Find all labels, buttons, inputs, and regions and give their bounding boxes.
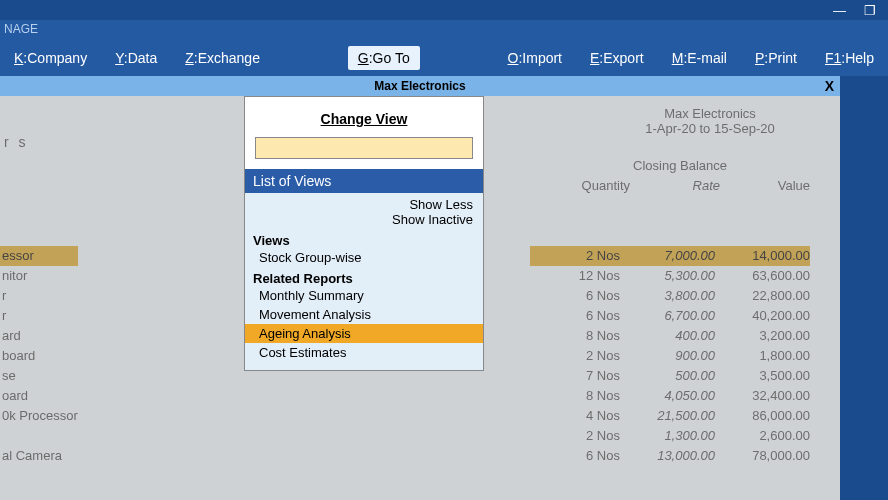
- show-inactive-link[interactable]: Show Inactive: [255, 212, 473, 227]
- cell-rate: 21,500.00: [620, 406, 715, 426]
- cell-qty: 2 Nos: [530, 426, 620, 446]
- menu-help[interactable]: F1:Help: [811, 44, 888, 72]
- cell-rate: 4,050.00: [620, 386, 715, 406]
- view-item[interactable]: Stock Group-wise: [245, 248, 483, 267]
- cell-rate: 3,800.00: [620, 286, 715, 306]
- related-report-item[interactable]: Monthly Summary: [245, 286, 483, 305]
- item-name[interactable]: se: [0, 366, 78, 386]
- company-strip: Max Electronics X: [0, 76, 840, 96]
- menu-exchange[interactable]: Z:Exchange: [171, 44, 274, 72]
- data-row[interactable]: 6 Nos6,700.0040,200.00: [530, 306, 810, 326]
- menu-print[interactable]: P:Print: [741, 44, 811, 72]
- cell-value: 40,200.00: [715, 306, 810, 326]
- cell-value: 63,600.00: [715, 266, 810, 286]
- cell-qty: 4 Nos: [530, 406, 620, 426]
- data-row[interactable]: 2 Nos900.001,800.00: [530, 346, 810, 366]
- menu-goto[interactable]: G:Go To: [348, 46, 420, 70]
- cell-qty: 8 Nos: [530, 326, 620, 346]
- minimize-icon[interactable]: —: [833, 3, 846, 18]
- data-row[interactable]: 8 Nos4,050.0032,400.00: [530, 386, 810, 406]
- item-name[interactable]: nitor: [0, 266, 78, 286]
- views-section: Views: [245, 229, 483, 248]
- menu-email[interactable]: M:E-mail: [658, 44, 741, 72]
- popup-title: Change View: [245, 97, 483, 137]
- data-row[interactable]: 12 Nos5,300.0063,600.00: [530, 266, 810, 286]
- data-row[interactable]: 2 Nos1,300.002,600.00: [530, 426, 810, 446]
- list-body: Show Less Show Inactive Views Stock Grou…: [245, 193, 483, 370]
- item-name[interactable]: al Camera: [0, 446, 78, 466]
- cell-value: 1,800.00: [715, 346, 810, 366]
- cell-qty: 6 Nos: [530, 306, 620, 326]
- menu-data[interactable]: Y:Data: [101, 44, 171, 72]
- cell-value: 2,600.00: [715, 426, 810, 446]
- cell-value: 3,200.00: [715, 326, 810, 346]
- data-rows: 2 Nos7,000.0014,000.0012 Nos5,300.0063,6…: [530, 246, 810, 466]
- cell-rate: 5,300.00: [620, 266, 715, 286]
- item-name[interactable]: essor: [0, 246, 78, 266]
- change-view-popup: Change View List of Views Show Less Show…: [244, 96, 484, 371]
- menu-bar: K:Company Y:Data Z:Exchange G:Go To O:Im…: [0, 40, 888, 76]
- window-controls: — ❐: [0, 0, 888, 20]
- col-value: Value: [720, 178, 810, 193]
- cell-qty: 6 Nos: [530, 446, 620, 466]
- cell-qty: 2 Nos: [530, 346, 620, 366]
- menu-export[interactable]: E:Export: [576, 44, 658, 72]
- item-name[interactable]: board: [0, 346, 78, 366]
- data-row[interactable]: 7 Nos500.003,500.00: [530, 366, 810, 386]
- cell-qty: 6 Nos: [530, 286, 620, 306]
- item-name[interactable]: 0k Processor: [0, 406, 78, 426]
- cell-value: 3,500.00: [715, 366, 810, 386]
- related-reports-section: Related Reports: [245, 267, 483, 286]
- column-headers: Quantity Rate Value: [550, 178, 810, 193]
- cell-qty: 7 Nos: [530, 366, 620, 386]
- cell-value: 22,800.00: [715, 286, 810, 306]
- cell-value: 32,400.00: [715, 386, 810, 406]
- menu-import[interactable]: O:Import: [494, 44, 576, 72]
- maximize-icon[interactable]: ❐: [864, 3, 876, 18]
- item-column: r s essornitorrrardboardseoard0k Process…: [0, 96, 240, 154]
- related-report-item[interactable]: Movement Analysis: [245, 305, 483, 324]
- close-icon[interactable]: X: [825, 76, 834, 96]
- col-rate: Rate: [630, 178, 720, 193]
- cell-qty: 8 Nos: [530, 386, 620, 406]
- cell-rate: 900.00: [620, 346, 715, 366]
- data-row[interactable]: 6 Nos13,000.0078,000.00: [530, 446, 810, 466]
- list-of-views-header: List of Views: [245, 169, 483, 193]
- report-header: Max Electronics 1-Apr-20 to 15-Sep-20: [610, 106, 810, 136]
- right-button-pane: [840, 76, 888, 500]
- mode-bar: NAGE: [0, 20, 888, 40]
- related-report-item[interactable]: Ageing Analysis: [245, 324, 483, 343]
- cell-value: 78,000.00: [715, 446, 810, 466]
- data-row[interactable]: 8 Nos400.003,200.00: [530, 326, 810, 346]
- cell-rate: 400.00: [620, 326, 715, 346]
- report-company: Max Electronics: [610, 106, 810, 121]
- cell-rate: 7,000.00: [620, 246, 715, 266]
- cell-value: 86,000.00: [715, 406, 810, 426]
- closing-balance-label: Closing Balance: [550, 158, 810, 173]
- cell-rate: 13,000.00: [620, 446, 715, 466]
- particulars-header: r s: [0, 96, 240, 154]
- company-name: Max Electronics: [374, 79, 465, 93]
- cell-rate: 1,300.00: [620, 426, 715, 446]
- col-quantity: Quantity: [550, 178, 630, 193]
- cell-value: 14,000.00: [715, 246, 810, 266]
- cell-rate: 6,700.00: [620, 306, 715, 326]
- menu-company[interactable]: K:Company: [0, 44, 101, 72]
- data-row[interactable]: 6 Nos3,800.0022,800.00: [530, 286, 810, 306]
- data-row[interactable]: 4 Nos21,500.0086,000.00: [530, 406, 810, 426]
- item-name[interactable]: oard: [0, 386, 78, 406]
- item-name[interactable]: r: [0, 306, 78, 326]
- cell-qty: 2 Nos: [530, 246, 620, 266]
- cell-qty: 12 Nos: [530, 266, 620, 286]
- data-row[interactable]: 2 Nos7,000.0014,000.00: [530, 246, 810, 266]
- item-name[interactable]: [0, 426, 78, 446]
- item-name[interactable]: ard: [0, 326, 78, 346]
- item-name[interactable]: r: [0, 286, 78, 306]
- change-view-input[interactable]: [255, 137, 473, 159]
- related-report-item[interactable]: Cost Estimates: [245, 343, 483, 362]
- cell-rate: 500.00: [620, 366, 715, 386]
- report-period: 1-Apr-20 to 15-Sep-20: [610, 121, 810, 136]
- show-less-link[interactable]: Show Less: [255, 197, 473, 212]
